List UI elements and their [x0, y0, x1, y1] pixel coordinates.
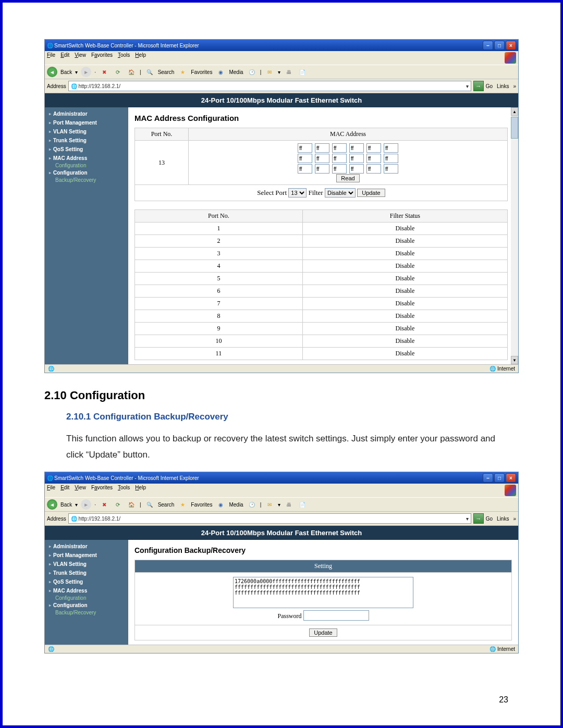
address-dropdown-icon[interactable]: ▾ [466, 83, 469, 89]
menu-tools[interactable]: Tools [118, 52, 130, 64]
links-expand-icon[interactable]: » [513, 516, 516, 522]
mac-input-2-3[interactable] [349, 164, 364, 174]
menu-view[interactable]: View [75, 52, 86, 64]
history-icon[interactable]: 🕑 [247, 499, 257, 510]
menu-tools[interactable]: Tools [118, 485, 130, 496]
mac-input-1-5[interactable] [384, 154, 398, 163]
menu-view[interactable]: View [75, 485, 86, 496]
close-button[interactable]: × [506, 473, 516, 483]
password-input[interactable] [303, 610, 369, 621]
favorites-label[interactable]: Favorites [191, 69, 212, 75]
mac-input-0-1[interactable] [315, 143, 329, 153]
scroll-thumb[interactable] [511, 117, 518, 139]
sidebar-item-port-management[interactable]: Port Management [45, 551, 128, 560]
mac-input-1-3[interactable] [349, 154, 364, 163]
links-expand-icon[interactable]: » [513, 83, 516, 89]
go-button[interactable]: → [473, 513, 484, 524]
sidebar-item-configuration[interactable]: Configuration [45, 168, 128, 177]
update-button[interactable]: Update [357, 189, 385, 197]
search-label[interactable]: Search [158, 69, 175, 75]
mac-input-2-2[interactable] [332, 164, 347, 174]
sidebar-item-administrator[interactable]: Administrator [45, 542, 128, 551]
back-dropdown-icon[interactable]: ▾ [75, 502, 78, 508]
refresh-button[interactable]: ⟳ [113, 499, 123, 510]
home-button[interactable]: 🏠 [126, 499, 137, 510]
maximize-button[interactable]: □ [494, 41, 505, 50]
mail-dropdown-icon[interactable]: ▾ [278, 502, 280, 508]
sidebar-item-qos-setting[interactable]: QoS Setting [45, 145, 128, 154]
scroll-up-icon[interactable]: ▲ [511, 107, 518, 116]
back-button[interactable]: ◄ [47, 499, 57, 510]
favorites-icon[interactable]: ★ [177, 499, 188, 510]
mac-input-1-0[interactable] [298, 154, 312, 163]
media-label[interactable]: Media [229, 69, 243, 75]
edit-icon[interactable]: 📄 [297, 499, 308, 510]
maximize-button[interactable]: □ [494, 473, 505, 483]
mac-input-2-5[interactable] [384, 164, 398, 174]
menu-favorites[interactable]: Favorites [91, 52, 113, 64]
home-button[interactable]: 🏠 [126, 67, 137, 77]
mac-input-2-1[interactable] [315, 164, 329, 174]
mac-input-1-1[interactable] [315, 154, 329, 163]
menu-edit[interactable]: Edit [60, 485, 69, 496]
menu-file[interactable]: File [47, 52, 55, 64]
sidebar-sub-mac-configuration[interactable]: Configuration [45, 595, 128, 601]
search-icon[interactable]: 🔍 [144, 499, 155, 510]
favorites-label[interactable]: Favorites [191, 502, 212, 508]
links-label[interactable]: Links [495, 83, 511, 89]
history-icon[interactable]: 🕑 [247, 67, 257, 77]
address-dropdown-icon[interactable]: ▾ [466, 516, 469, 522]
menu-edit[interactable]: Edit [60, 52, 69, 64]
minimize-button[interactable]: – [483, 473, 493, 483]
menu-help[interactable]: Help [135, 485, 146, 496]
vertical-scrollbar[interactable]: ▲ ▼ [511, 107, 518, 364]
sidebar-item-configuration[interactable]: Configuration [45, 601, 128, 610]
mac-input-0-0[interactable] [298, 143, 312, 153]
sidebar-item-administrator[interactable]: Administrator [45, 109, 128, 118]
update-button[interactable]: Update [309, 628, 337, 637]
menu-favorites[interactable]: Favorites [91, 485, 113, 496]
address-input[interactable]: 🌐 http://192.168.2.1/ ▾ [68, 81, 471, 91]
back-button[interactable]: ◄ [47, 67, 57, 77]
back-dropdown-icon[interactable]: ▾ [75, 69, 78, 75]
config-textarea[interactable] [233, 577, 413, 608]
read-button[interactable]: Read [336, 174, 359, 182]
refresh-button[interactable]: ⟳ [113, 67, 123, 77]
sidebar-item-trunk-setting[interactable]: Trunk Setting [45, 569, 128, 577]
mac-input-2-0[interactable] [298, 164, 312, 174]
go-button[interactable]: → [473, 81, 484, 91]
mac-input-1-2[interactable] [332, 154, 347, 163]
sidebar-item-vlan-setting[interactable]: VLAN Setting [45, 560, 128, 569]
sidebar-item-port-management[interactable]: Port Management [45, 118, 128, 127]
sidebar-item-vlan-setting[interactable]: VLAN Setting [45, 127, 128, 136]
scroll-down-icon[interactable]: ▼ [511, 356, 518, 364]
mail-icon[interactable]: ✉ [264, 499, 275, 510]
sidebar-item-qos-setting[interactable]: QoS Setting [45, 577, 128, 586]
sidebar-item-trunk-setting[interactable]: Trunk Setting [45, 136, 128, 145]
search-label[interactable]: Search [158, 502, 175, 508]
edit-icon[interactable]: 📄 [297, 67, 308, 77]
print-icon[interactable]: 🖶 [284, 67, 294, 77]
mac-input-0-5[interactable] [384, 143, 398, 153]
minimize-button[interactable]: – [483, 41, 493, 50]
sidebar-item-mac-address[interactable]: MAC Address [45, 586, 128, 595]
favorites-icon[interactable]: ★ [177, 67, 188, 77]
sidebar-item-mac-address[interactable]: MAC Address [45, 154, 128, 163]
menu-file[interactable]: File [47, 485, 55, 496]
mac-input-1-4[interactable] [366, 154, 381, 163]
mac-input-0-3[interactable] [349, 143, 364, 153]
address-input[interactable]: 🌐 http://192.168.2.1/ ▾ [68, 513, 471, 524]
close-button[interactable]: × [506, 41, 516, 50]
search-icon[interactable]: 🔍 [144, 67, 155, 77]
media-icon[interactable]: ◉ [215, 499, 226, 510]
menu-help[interactable]: Help [135, 52, 146, 64]
mac-input-2-4[interactable] [366, 164, 381, 174]
sidebar-sub-mac-configuration[interactable]: Configuration [45, 163, 128, 168]
forward-button[interactable]: ► [81, 499, 91, 510]
mac-input-0-4[interactable] [366, 143, 381, 153]
print-icon[interactable]: 🖶 [284, 499, 294, 510]
stop-button[interactable]: ✖ [99, 67, 109, 77]
forward-button[interactable]: ► [81, 67, 91, 77]
mail-icon[interactable]: ✉ [264, 67, 275, 77]
select-port-dropdown[interactable]: 13 [288, 188, 307, 198]
